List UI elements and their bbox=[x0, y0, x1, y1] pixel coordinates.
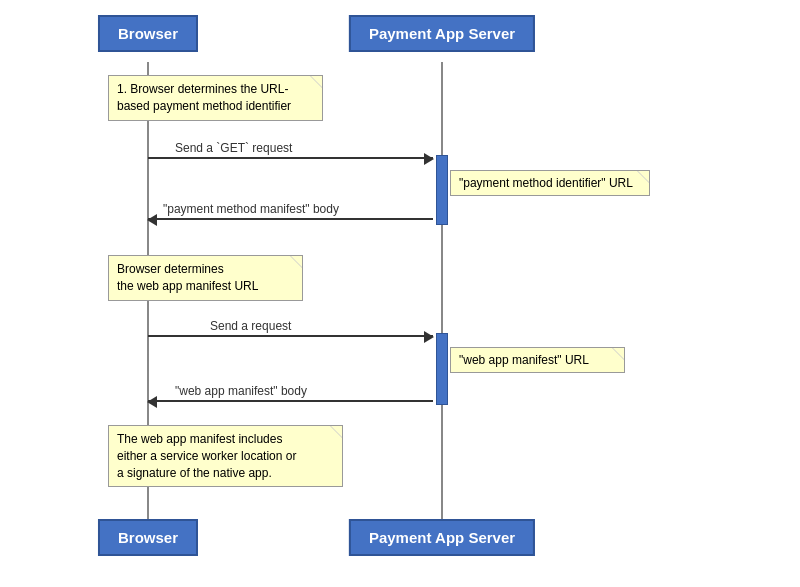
server-actor-bottom: Payment App Server bbox=[349, 519, 535, 556]
arrow-get-request bbox=[148, 157, 433, 159]
note-2: Browser determinesthe web app manifest U… bbox=[108, 255, 303, 301]
note-3: The web app manifest includeseither a se… bbox=[108, 425, 343, 487]
note-1: 1. Browser determines the URL-based paym… bbox=[108, 75, 323, 121]
arrow-webapp-label: "web app manifest" body bbox=[175, 384, 307, 398]
arrow-get-label: Send a `GET` request bbox=[175, 141, 292, 155]
browser-actor-top: Browser bbox=[98, 15, 198, 52]
server-actor-top: Payment App Server bbox=[349, 15, 535, 52]
arrow-manifest-label: "payment method manifest" body bbox=[163, 202, 339, 216]
browser-actor-bottom: Browser bbox=[98, 519, 198, 556]
server-activation-2 bbox=[436, 333, 448, 405]
server-note-1: "payment method identifier" URL bbox=[450, 170, 650, 196]
arrow-send-request bbox=[148, 335, 433, 337]
note-3-text: The web app manifest includeseither a se… bbox=[117, 432, 296, 480]
browser-label-top: Browser bbox=[118, 25, 178, 42]
server-note-2: "web app manifest" URL bbox=[450, 347, 625, 373]
server-note-2-text: "web app manifest" URL bbox=[459, 353, 589, 367]
server-note-1-text: "payment method identifier" URL bbox=[459, 176, 633, 190]
browser-label-bottom: Browser bbox=[118, 529, 178, 546]
server-label-bottom: Payment App Server bbox=[369, 529, 515, 546]
server-lifeline bbox=[441, 62, 443, 522]
server-activation-1 bbox=[436, 155, 448, 225]
server-label-top: Payment App Server bbox=[369, 25, 515, 42]
note-1-text: 1. Browser determines the URL-based paym… bbox=[117, 82, 291, 113]
arrow-send-label: Send a request bbox=[210, 319, 291, 333]
arrow-manifest-body bbox=[148, 218, 433, 220]
note-2-text: Browser determinesthe web app manifest U… bbox=[117, 262, 258, 293]
arrow-webapp-body bbox=[148, 400, 433, 402]
